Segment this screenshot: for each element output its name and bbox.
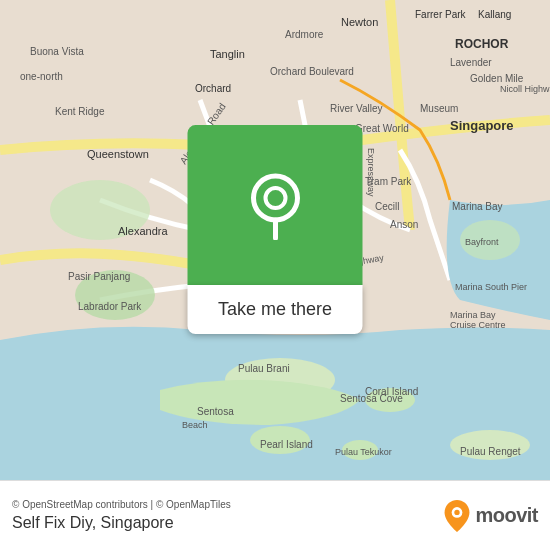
svg-text:Marina Bay: Marina Bay (450, 310, 496, 320)
location-pin-icon (245, 170, 305, 240)
svg-text:Nicoll Highway: Nicoll Highway (500, 84, 550, 94)
svg-point-50 (253, 176, 297, 220)
svg-text:Cecill: Cecill (375, 201, 399, 212)
svg-text:Pasir Panjang: Pasir Panjang (68, 271, 130, 282)
svg-point-53 (455, 509, 460, 514)
map-container: Newton Ardmore Tanglin Orchard Boulevard… (0, 0, 550, 480)
svg-text:Lavender: Lavender (450, 57, 492, 68)
svg-text:Orchard: Orchard (195, 83, 231, 94)
map-attribution: © OpenStreetMap contributors | © OpenMap… (12, 499, 443, 510)
take-me-there-button[interactable]: Take me there (188, 285, 363, 334)
svg-text:one-north: one-north (20, 71, 63, 82)
moovit-brand-text: moovit (475, 504, 538, 527)
svg-text:ROCHOR: ROCHOR (455, 37, 509, 51)
svg-text:Marina South Pier: Marina South Pier (455, 282, 527, 292)
svg-text:Great World: Great World (355, 123, 409, 134)
svg-text:Tanglin: Tanglin (210, 48, 245, 60)
location-overlay: Take me there (188, 125, 363, 334)
svg-text:Orchard Boulevard: Orchard Boulevard (270, 66, 354, 77)
place-name: Self Fix Diy, Singapore (12, 514, 443, 532)
svg-text:Kallang: Kallang (478, 9, 511, 20)
svg-text:Farrer Park: Farrer Park (415, 9, 467, 20)
svg-text:Pulau Brani: Pulau Brani (238, 363, 290, 374)
svg-text:Expressway: Expressway (366, 148, 376, 197)
svg-text:Beach: Beach (182, 420, 208, 430)
svg-text:Kent Ridge: Kent Ridge (55, 106, 105, 117)
map-pin-box (188, 125, 363, 285)
svg-text:Buona Vista: Buona Vista (30, 46, 84, 57)
svg-text:Sentosa: Sentosa (197, 406, 234, 417)
svg-text:Bayfront: Bayfront (465, 237, 499, 247)
svg-text:Ardmore: Ardmore (285, 29, 324, 40)
svg-text:Coral Island: Coral Island (365, 386, 418, 397)
bottom-info: © OpenStreetMap contributors | © OpenMap… (12, 499, 443, 532)
svg-text:Singapore: Singapore (450, 118, 514, 133)
svg-text:Pearl Island: Pearl Island (260, 439, 313, 450)
svg-point-51 (265, 188, 285, 208)
svg-text:Cruise Centre: Cruise Centre (450, 320, 506, 330)
svg-text:Marina Bay: Marina Bay (452, 201, 503, 212)
svg-text:Pulau Tekukor: Pulau Tekukor (335, 447, 392, 457)
moovit-pin-icon (443, 500, 471, 532)
svg-text:Newton: Newton (341, 16, 378, 28)
svg-text:Labrador Park: Labrador Park (78, 301, 142, 312)
svg-text:Queenstown: Queenstown (87, 148, 149, 160)
svg-text:Museum: Museum (420, 103, 458, 114)
svg-text:Alexandra: Alexandra (118, 225, 168, 237)
svg-text:Anson: Anson (390, 219, 418, 230)
svg-text:Pulau Renget: Pulau Renget (460, 446, 521, 457)
moovit-logo: moovit (443, 500, 538, 532)
svg-text:River Valley: River Valley (330, 103, 383, 114)
bottom-bar: © OpenStreetMap contributors | © OpenMap… (0, 480, 550, 550)
svg-text:Golden Mile: Golden Mile (470, 73, 524, 84)
